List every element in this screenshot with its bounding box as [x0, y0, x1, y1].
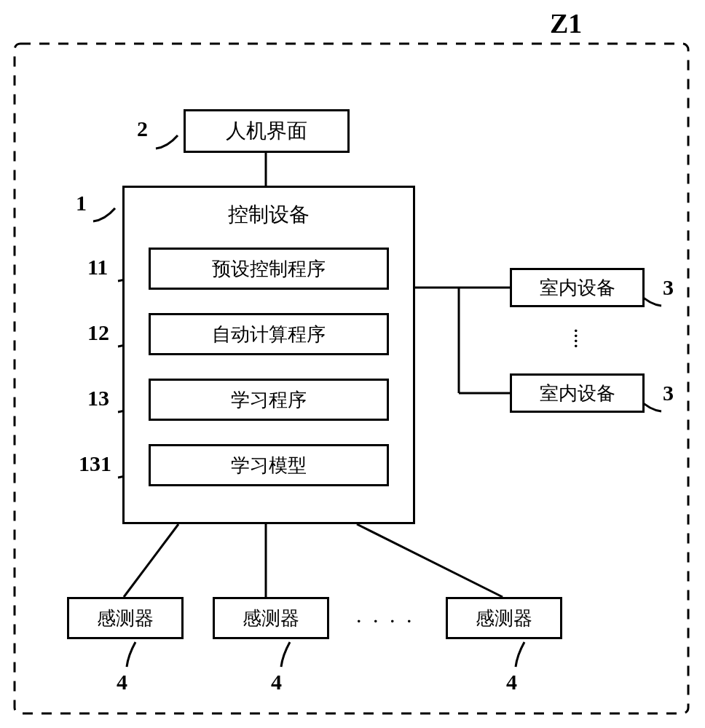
- ref-hook-4c: [516, 642, 524, 667]
- control-title: 控制设备: [125, 201, 413, 229]
- preset-block: 预设控制程序: [149, 248, 389, 290]
- diagram-canvas: Z1 人机界面 2 控制设备 1 预设控制程序 11 自动计算程序 12 学习程…: [0, 0, 705, 728]
- ref-hook-4b: [281, 642, 290, 667]
- model-ref: 131: [79, 451, 111, 476]
- sensor-block-3: 感测器: [446, 597, 562, 639]
- model-block: 学习模型: [149, 444, 389, 486]
- sensor3-text: 感测器: [476, 606, 532, 631]
- ref-hook-2: [156, 135, 178, 149]
- hmi-text: 人机界面: [226, 117, 307, 145]
- preset-ref: 11: [87, 255, 108, 280]
- preset-text: 预设控制程序: [212, 256, 326, 282]
- indoor1-ref: 3: [663, 275, 674, 300]
- sensor3-ref: 4: [506, 670, 517, 695]
- indoor-ellipsis: ····: [574, 328, 583, 348]
- indoor2-ref: 3: [663, 381, 674, 405]
- sensor1-ref: 4: [117, 670, 127, 695]
- ref-hook-1: [93, 208, 115, 221]
- system-label: Z1: [550, 7, 582, 39]
- hmi-block: 人机界面: [184, 109, 350, 153]
- learn-text: 学习程序: [231, 387, 307, 413]
- indoor-block-1: 室内设备: [510, 268, 645, 307]
- svg-line-7: [357, 524, 503, 597]
- ref-hook-4a: [127, 642, 135, 667]
- control-ref: 1: [76, 191, 87, 215]
- sensor-ellipsis: · · · ·: [357, 612, 416, 630]
- auto-ref: 12: [87, 320, 109, 345]
- learn-ref: 13: [87, 386, 109, 411]
- svg-line-5: [124, 524, 178, 597]
- hmi-ref: 2: [137, 116, 148, 141]
- sensor-block-1: 感测器: [67, 597, 184, 639]
- sensor2-ref: 4: [271, 670, 282, 695]
- sensor1-text: 感测器: [97, 606, 154, 631]
- sensor-block-2: 感测器: [213, 597, 329, 639]
- learn-block: 学习程序: [149, 379, 389, 421]
- indoor1-text: 室内设备: [540, 275, 615, 301]
- model-text: 学习模型: [231, 453, 307, 478]
- auto-block: 自动计算程序: [149, 313, 389, 355]
- indoor-block-2: 室内设备: [510, 373, 645, 413]
- indoor2-text: 室内设备: [540, 381, 615, 406]
- sensor2-text: 感测器: [243, 606, 299, 631]
- auto-text: 自动计算程序: [212, 322, 326, 347]
